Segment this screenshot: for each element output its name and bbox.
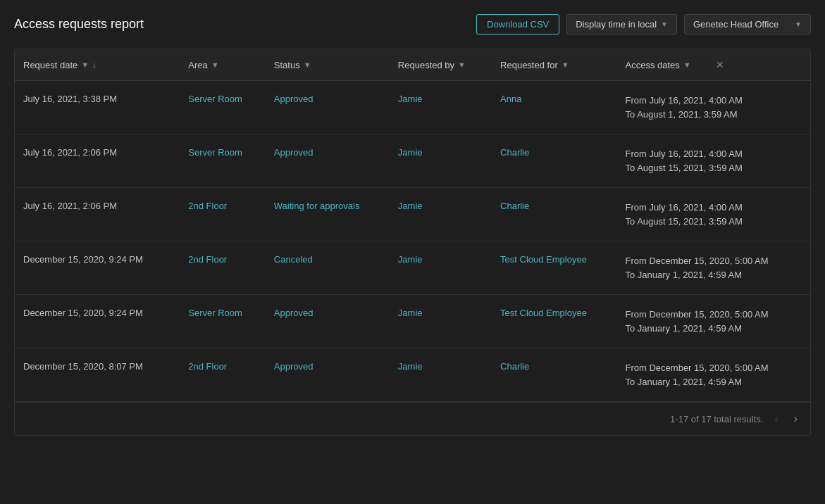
col-request-date-label: Request date bbox=[23, 60, 77, 70]
cell-requested-by-5: Jamie bbox=[390, 348, 492, 402]
cell-requested-for-1: Charlie bbox=[492, 134, 616, 188]
table-scroll-container[interactable]: Request date ▼ ↓ Area ▼ bbox=[15, 49, 810, 402]
area-link-5[interactable]: 2nd Floor bbox=[188, 361, 227, 372]
download-csv-button[interactable]: Download CSV bbox=[476, 14, 559, 34]
cell-requested-for-4: Test Cloud Employee bbox=[492, 295, 616, 348]
table-row: July 16, 2021, 2:06 PM 2nd Floor Waiting… bbox=[15, 188, 810, 241]
cell-requested-by-3: Jamie bbox=[390, 241, 492, 295]
cell-request-date-1: July 16, 2021, 2:06 PM bbox=[15, 134, 180, 188]
cell-requested-for-5: Charlie bbox=[492, 348, 616, 402]
status-filter-icon[interactable]: ▼ bbox=[304, 61, 311, 69]
request-date-filter-icon[interactable]: ▼ bbox=[81, 61, 89, 69]
status-value-1: Approved bbox=[274, 147, 314, 158]
status-value-2: Waiting for approvals bbox=[274, 201, 360, 211]
status-value-5: Approved bbox=[274, 361, 314, 372]
area-link-0[interactable]: Server Room bbox=[188, 94, 242, 104]
area-link-1[interactable]: Server Room bbox=[188, 147, 242, 158]
requested-by-link-1[interactable]: Jamie bbox=[398, 147, 423, 158]
cell-request-date-5: December 15, 2020, 8:07 PM bbox=[15, 348, 180, 402]
cell-requested-for-3: Test Cloud Employee bbox=[492, 241, 616, 295]
status-value-0: Approved bbox=[274, 94, 314, 104]
requested-for-link-3[interactable]: Test Cloud Employee bbox=[500, 254, 587, 265]
col-request-date: Request date ▼ ↓ bbox=[15, 49, 180, 81]
cell-requested-for-0: Anna bbox=[492, 81, 616, 134]
cell-access-dates-5: From December 15, 2020, 5:00 AM To Janua… bbox=[617, 348, 810, 402]
office-chevron-icon: ▼ bbox=[795, 20, 802, 28]
access-requests-table: Request date ▼ ↓ Area ▼ bbox=[14, 49, 811, 436]
access-dates-to-3: To January 1, 2021, 4:59 AM bbox=[626, 268, 802, 282]
requested-for-link-1[interactable]: Charlie bbox=[500, 147, 529, 158]
col-requested-by: Requested by ▼ bbox=[390, 49, 492, 81]
requested-by-link-0[interactable]: Jamie bbox=[398, 94, 423, 104]
table-row: December 15, 2020, 8:07 PM 2nd Floor App… bbox=[15, 348, 810, 402]
col-requested-for-label: Requested for bbox=[500, 60, 558, 70]
office-dropdown[interactable]: Genetec Head Office ▼ bbox=[684, 14, 811, 34]
request-date-sort-icon[interactable]: ↓ bbox=[92, 61, 97, 69]
area-link-4[interactable]: Server Room bbox=[188, 308, 242, 318]
access-dates-from-2: From July 16, 2021, 4:00 AM bbox=[626, 201, 802, 215]
access-dates-from-5: From December 15, 2020, 5:00 AM bbox=[626, 361, 802, 375]
cell-access-dates-2: From July 16, 2021, 4:00 AM To August 15… bbox=[617, 188, 810, 241]
area-link-3[interactable]: 2nd Floor bbox=[188, 254, 227, 265]
cell-access-dates-3: From December 15, 2020, 5:00 AM To Janua… bbox=[617, 241, 810, 295]
cell-status-1: Approved bbox=[266, 134, 390, 188]
cell-access-dates-4: From December 15, 2020, 5:00 AM To Janua… bbox=[617, 295, 810, 348]
pagination-prev-button[interactable]: ‹ bbox=[770, 411, 782, 427]
requested-by-link-5[interactable]: Jamie bbox=[398, 361, 423, 372]
display-time-chevron-icon: ▼ bbox=[661, 20, 668, 28]
requested-for-link-4[interactable]: Test Cloud Employee bbox=[500, 308, 587, 318]
cell-status-5: Approved bbox=[266, 348, 390, 402]
access-dates-to-2: To August 15, 2021, 3:59 AM bbox=[626, 215, 802, 229]
requested-by-link-3[interactable]: Jamie bbox=[398, 254, 423, 265]
col-area-label: Area bbox=[188, 60, 207, 70]
cell-area-3: 2nd Floor bbox=[180, 241, 266, 295]
cell-area-4: Server Room bbox=[180, 295, 266, 348]
office-label: Genetec Head Office bbox=[693, 19, 779, 30]
access-dates-from-0: From July 16, 2021, 4:00 AM bbox=[626, 94, 802, 108]
access-dates-from-4: From December 15, 2020, 5:00 AM bbox=[626, 308, 802, 322]
table-header-row: Request date ▼ ↓ Area ▼ bbox=[15, 49, 810, 81]
pagination-row: 1-17 of 17 total results. ‹ › bbox=[15, 402, 810, 435]
requested-by-filter-icon[interactable]: ▼ bbox=[458, 61, 466, 69]
cell-requested-for-2: Charlie bbox=[492, 188, 616, 241]
access-dates-to-0: To August 1, 2021, 3:59 AM bbox=[626, 108, 802, 122]
cell-requested-by-4: Jamie bbox=[390, 295, 492, 348]
cell-status-3: Canceled bbox=[266, 241, 390, 295]
col-status-label: Status bbox=[274, 60, 300, 70]
cell-requested-by-2: Jamie bbox=[390, 188, 492, 241]
table-body: July 16, 2021, 3:38 PM Server Room Appro… bbox=[15, 81, 810, 402]
cell-request-date-2: July 16, 2021, 2:06 PM bbox=[15, 188, 180, 241]
cell-status-4: Approved bbox=[266, 295, 390, 348]
cell-access-dates-1: From July 16, 2021, 4:00 AM To August 15… bbox=[617, 134, 810, 188]
display-time-label: Display time in local bbox=[576, 19, 657, 30]
cell-requested-by-1: Jamie bbox=[390, 134, 492, 188]
requested-by-link-2[interactable]: Jamie bbox=[398, 201, 423, 211]
cell-area-1: Server Room bbox=[180, 134, 266, 188]
cell-requested-by-0: Jamie bbox=[390, 81, 492, 134]
cell-request-date-3: December 15, 2020, 9:24 PM bbox=[15, 241, 180, 295]
display-time-dropdown[interactable]: Display time in local ▼ bbox=[566, 14, 677, 34]
page-title: Access requests report bbox=[14, 17, 469, 32]
pagination-text: 1-17 of 17 total results. bbox=[670, 414, 763, 424]
clear-all-filters-icon[interactable]: ✕ bbox=[716, 59, 724, 70]
requested-for-link-0[interactable]: Anna bbox=[500, 94, 521, 104]
cell-access-dates-0: From July 16, 2021, 4:00 AM To August 1,… bbox=[617, 81, 810, 134]
access-dates-to-4: To January 1, 2021, 4:59 AM bbox=[626, 322, 802, 336]
requested-for-link-2[interactable]: Charlie bbox=[500, 201, 529, 211]
col-access-dates-label: Access dates bbox=[626, 60, 680, 70]
requested-for-filter-icon[interactable]: ▼ bbox=[562, 61, 569, 69]
access-dates-from-3: From December 15, 2020, 5:00 AM bbox=[626, 254, 802, 268]
access-dates-filter-icon[interactable]: ▼ bbox=[683, 61, 691, 69]
col-area: Area ▼ bbox=[180, 49, 266, 81]
pagination-next-button[interactable]: › bbox=[790, 411, 802, 427]
requested-by-link-4[interactable]: Jamie bbox=[398, 308, 423, 318]
area-filter-icon[interactable]: ▼ bbox=[211, 61, 219, 69]
requested-for-link-5[interactable]: Charlie bbox=[500, 361, 529, 372]
col-access-dates: Access dates ▼ ✕ bbox=[617, 49, 810, 81]
access-dates-to-1: To August 15, 2021, 3:59 AM bbox=[626, 161, 802, 175]
cell-request-date-0: July 16, 2021, 3:38 PM bbox=[15, 81, 180, 134]
cell-request-date-4: December 15, 2020, 9:24 PM bbox=[15, 295, 180, 348]
status-value-4: Approved bbox=[274, 308, 314, 318]
area-link-2[interactable]: 2nd Floor bbox=[188, 201, 227, 211]
table-row: December 15, 2020, 9:24 PM Server Room A… bbox=[15, 295, 810, 348]
